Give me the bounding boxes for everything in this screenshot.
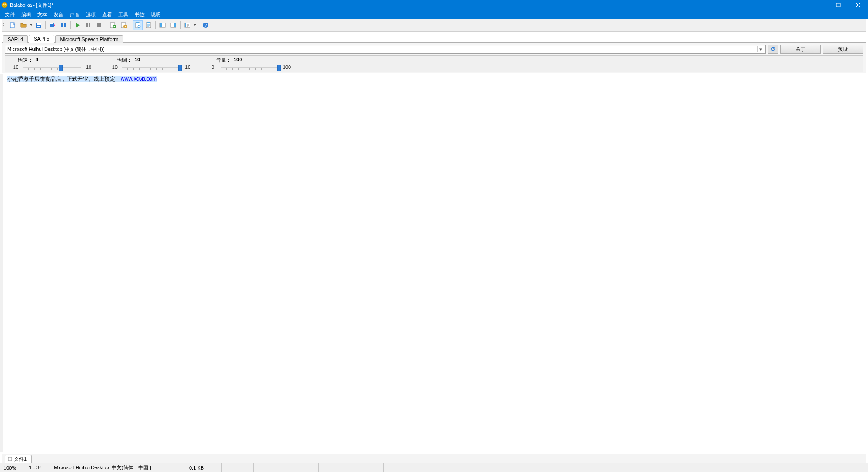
slider-rate: 语速：3-1010 — [10, 56, 94, 71]
svg-rect-13 — [61, 23, 63, 27]
api-tabs: SAPI 4SAPI 5Microsoft Speech Platform — [0, 32, 868, 42]
slider-pitch: 语调：10-1010 — [109, 56, 193, 71]
slider-rate-min: -10 — [10, 64, 20, 70]
open-file-button[interactable] — [18, 20, 28, 30]
doc-tab-icon — [8, 457, 12, 461]
status-voice: Microsoft Huihui Desktop [中文(简体，中国)] — [50, 463, 185, 472]
dictionary-button[interactable] — [182, 20, 192, 30]
menu-2[interactable]: 文本 — [34, 10, 50, 19]
close-button[interactable] — [848, 0, 868, 10]
svg-rect-12 — [50, 23, 53, 24]
svg-rect-17 — [97, 23, 101, 27]
slider-rate-label: 语速： — [18, 57, 33, 64]
status-bar: 100% 1：34 Microsoft Huihui Desktop [中文(简… — [0, 463, 868, 472]
stop-button[interactable] — [94, 20, 104, 30]
svg-text:?: ? — [204, 23, 207, 27]
sliders-group: 语速：3-1010语调：10-1010音量：1000100 — [5, 55, 863, 72]
svg-point-0 — [2, 2, 7, 8]
svg-rect-14 — [64, 23, 66, 27]
toolbar-separator — [45, 21, 46, 29]
svg-rect-23 — [136, 22, 139, 23]
slider-rate-value: 3 — [36, 57, 38, 64]
status-empty-4 — [319, 463, 351, 472]
menu-7[interactable]: 工具 — [115, 10, 131, 19]
api-tab-1[interactable]: SAPI 5 — [29, 35, 54, 43]
slider-pitch-max: 10 — [183, 64, 193, 70]
prev-sentence-button[interactable] — [108, 20, 118, 30]
app-icon — [1, 1, 8, 9]
toolbar-grip[interactable] — [3, 21, 6, 29]
play-button[interactable] — [72, 20, 82, 30]
panel-right-button[interactable] — [168, 20, 178, 30]
menu-8[interactable]: 书签 — [131, 10, 148, 19]
document-tab-label: 文件1 — [14, 456, 27, 463]
slider-rate-thumb[interactable] — [59, 65, 63, 71]
menu-3[interactable]: 发音 — [50, 10, 67, 19]
menu-6[interactable]: 查看 — [99, 10, 115, 19]
new-file-button[interactable] — [8, 20, 18, 30]
dictionary-dropdown[interactable] — [193, 20, 197, 30]
voice-select-value: Microsoft Huihui Desktop [中文(简体，中国)] — [7, 46, 104, 53]
slider-volume-thumb[interactable] — [277, 65, 281, 71]
about-voice-button[interactable]: 关于 — [780, 45, 821, 54]
svg-rect-35 — [8, 457, 12, 461]
help-button[interactable]: ? — [201, 20, 211, 30]
status-cursor-pos: 1：34 — [25, 463, 50, 472]
read-clipboard-button[interactable] — [144, 20, 154, 30]
status-empty-7 — [416, 463, 448, 472]
voice-panel: Microsoft Huihui Desktop [中文(简体，中国)] ▾ 关… — [2, 42, 866, 73]
status-size: 0.1 KB — [185, 463, 222, 472]
svg-rect-28 — [160, 23, 162, 27]
save-audio-button[interactable] — [48, 20, 58, 30]
svg-point-2 — [5, 4, 6, 5]
chevron-down-icon: ▾ — [757, 46, 764, 52]
text-editor[interactable]: 小超香葱千层饼食品店，正式开业。线上预定：www.xc6b.com — [5, 74, 866, 452]
editor-left-rail — [0, 74, 3, 452]
menu-bar: 文件编辑文本发音声音选项查看工具书签说明 — [0, 10, 868, 19]
editor-frame: 小超香葱千层饼食品店，正式开业。线上预定：www.xc6b.com — [5, 74, 866, 452]
title-bar: Balabolka - [文件1]* — [0, 0, 868, 10]
menu-5[interactable]: 选项 — [83, 10, 99, 19]
minimize-button[interactable] — [809, 0, 828, 10]
open-file-dropdown[interactable] — [29, 20, 33, 30]
slider-volume: 音量：1000100 — [208, 56, 292, 71]
save-split-button[interactable] — [59, 20, 68, 30]
next-sentence-button[interactable] — [119, 20, 129, 30]
toolbar-separator — [199, 21, 199, 29]
menu-0[interactable]: 文件 — [2, 10, 18, 19]
slider-volume-label: 音量： — [216, 57, 231, 64]
api-tab-0[interactable]: SAPI 4 — [3, 35, 28, 43]
slider-volume-value: 100 — [234, 57, 242, 64]
editor-link-text: www.xc6b.com — [121, 76, 157, 82]
slider-pitch-track[interactable] — [122, 64, 180, 70]
toolbar-separator — [131, 21, 131, 29]
preset-button[interactable]: 预设 — [823, 45, 863, 54]
document-tab[interactable]: 文件1 — [5, 455, 32, 463]
slider-pitch-thumb[interactable] — [178, 65, 182, 71]
status-spacer — [448, 463, 868, 472]
pause-button[interactable] — [83, 20, 93, 30]
slider-volume-track[interactable] — [221, 64, 279, 70]
voice-select[interactable]: Microsoft Huihui Desktop [中文(简体，中国)] ▾ — [5, 45, 766, 54]
clipboard-watch-button[interactable] — [133, 20, 143, 30]
api-tab-2[interactable]: Microsoft Speech Platform — [55, 35, 123, 43]
status-empty-3 — [286, 463, 319, 472]
svg-rect-32 — [185, 23, 186, 27]
menu-9[interactable]: 说明 — [148, 10, 164, 19]
svg-rect-9 — [37, 23, 41, 25]
status-zoom[interactable]: 100% — [0, 463, 25, 472]
slider-pitch-value: 10 — [135, 57, 140, 64]
panel-left-button[interactable] — [158, 20, 167, 30]
toolbar: ? — [2, 19, 866, 32]
menu-4[interactable]: 声音 — [67, 10, 83, 19]
status-empty-6 — [384, 463, 416, 472]
slider-rate-track[interactable] — [23, 64, 81, 70]
voice-refresh-button[interactable] — [768, 45, 778, 54]
maximize-button[interactable] — [828, 0, 848, 10]
save-file-button[interactable] — [34, 20, 44, 30]
toolbar-separator — [180, 21, 181, 29]
menu-1[interactable]: 编辑 — [18, 10, 34, 19]
toolbar-separator — [106, 21, 106, 29]
window-title: Balabolka - [文件1]* — [10, 2, 54, 9]
svg-rect-7 — [10, 23, 14, 28]
